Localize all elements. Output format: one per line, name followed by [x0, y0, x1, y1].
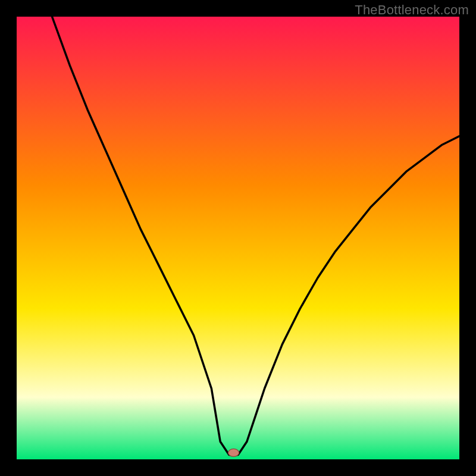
- optimum-marker: [228, 449, 239, 456]
- chart-frame: { "watermark": "TheBottleneck.com", "col…: [0, 0, 476, 476]
- bottleneck-chart: [17, 17, 459, 459]
- watermark-text: TheBottleneck.com: [355, 2, 469, 18]
- gradient-background: [17, 17, 459, 459]
